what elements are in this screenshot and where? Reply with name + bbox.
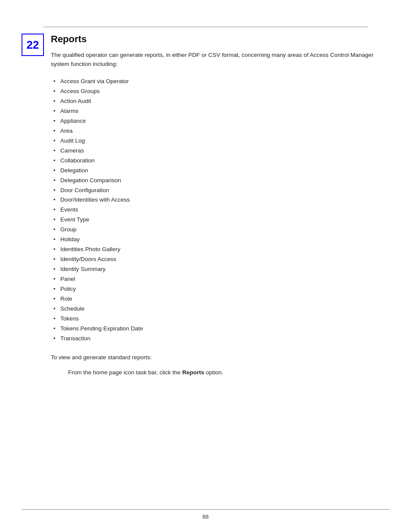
list-item: Panel <box>51 274 389 284</box>
chapter-box: 22 <box>22 34 44 56</box>
step1-suffix: option. <box>204 369 223 376</box>
list-item: Holiday <box>51 235 389 245</box>
page-title: Reports <box>51 34 389 45</box>
step1-prefix: From the home page icon task bar, click … <box>68 369 182 376</box>
list-item: Tokens Pending Expiration Date <box>51 324 389 334</box>
bullet-list: Access Grant via OperatorAccess GroupsAc… <box>51 77 389 343</box>
list-item: Events <box>51 205 389 215</box>
list-item: Collaboration <box>51 156 389 166</box>
instructions-text: To view and generate standard reports: <box>51 353 389 362</box>
list-item: Access Grant via Operator <box>51 77 389 87</box>
list-item: Policy <box>51 284 389 294</box>
list-item: Group <box>51 225 389 235</box>
list-item: Role <box>51 294 389 304</box>
list-item: Transaction <box>51 334 389 344</box>
numbered-list: From the home page icon task bar, click … <box>64 368 389 377</box>
list-item: Identity Summary <box>51 264 389 274</box>
chapter-number: 22 <box>27 38 39 52</box>
top-rule <box>43 27 368 27</box>
list-item: Identity/Doors Access <box>51 255 389 264</box>
list-item: Delegation Comparison <box>51 176 389 186</box>
step1-bold: Reports <box>182 369 204 376</box>
list-item: Door/Identities with Access <box>51 195 389 205</box>
page-number: 88 <box>0 513 411 520</box>
list-item: Delegation <box>51 166 389 176</box>
list-item: Tokens <box>51 314 389 324</box>
bottom-rule <box>22 509 389 510</box>
list-item: Cameras <box>51 146 389 156</box>
list-item: Access Groups <box>51 87 389 96</box>
list-item: Action Audit <box>51 96 389 106</box>
page-container: 22 Reports The qualified operator can ge… <box>0 0 411 532</box>
list-item: Event Type <box>51 215 389 225</box>
list-item: Area <box>51 126 389 136</box>
list-item: Identities Photo Gallery <box>51 245 389 255</box>
intro-paragraph: The qualified operator can generate repo… <box>51 51 389 69</box>
list-item: Audit Log <box>51 136 389 146</box>
content-area: Reports The qualified operator can gener… <box>51 34 389 377</box>
step-1: From the home page icon task bar, click … <box>64 368 389 377</box>
list-item: Door Configuration <box>51 186 389 196</box>
list-item: Alarms <box>51 106 389 116</box>
list-item: Schedule <box>51 304 389 314</box>
list-item: Appliance <box>51 116 389 126</box>
